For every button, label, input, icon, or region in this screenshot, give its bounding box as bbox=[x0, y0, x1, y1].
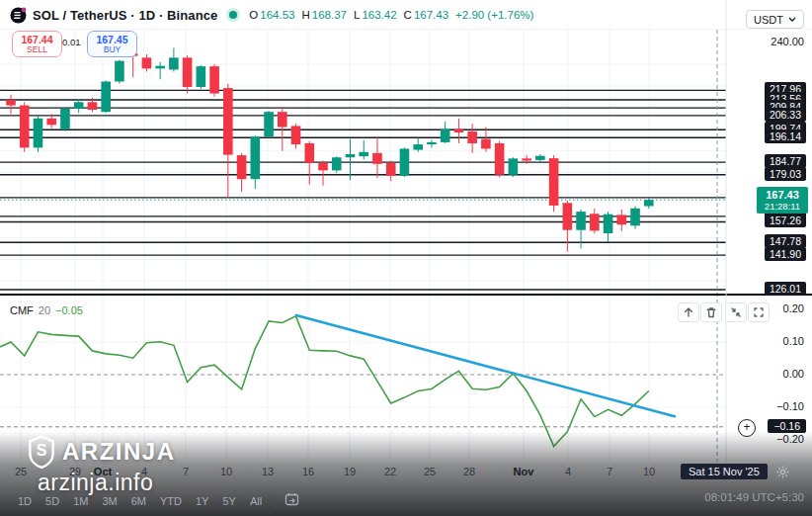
calendar-icon bbox=[284, 492, 299, 506]
candle bbox=[522, 158, 531, 160]
candle bbox=[251, 136, 261, 179]
price-level-badge: 157.26 bbox=[765, 214, 806, 227]
price-level-badge: 206.33 bbox=[765, 108, 806, 122]
time-axis-label: 10 bbox=[220, 466, 232, 477]
close-value: 167.43 bbox=[414, 9, 448, 21]
time-axis-label: 7 bbox=[607, 466, 612, 477]
pane-move-up-button[interactable] bbox=[678, 302, 699, 322]
candle bbox=[630, 209, 640, 226]
candle bbox=[318, 163, 328, 171]
candle bbox=[386, 163, 396, 176]
time-axis-label: 16 bbox=[302, 466, 314, 477]
chevron-down-icon bbox=[788, 17, 796, 22]
indicator-axis-tick: −0.20 bbox=[776, 433, 804, 445]
candle bbox=[46, 119, 56, 126]
candle bbox=[495, 143, 505, 175]
candle bbox=[155, 66, 165, 69]
range-button-1m[interactable]: 1M bbox=[67, 493, 94, 509]
main-chart-canvas[interactable] bbox=[0, 0, 812, 516]
price-level-badge: 196.14 bbox=[765, 129, 806, 143]
pane-delete-button[interactable] bbox=[700, 302, 722, 322]
gear-icon[interactable] bbox=[776, 465, 789, 482]
crosshair-value-badge: −0.16 bbox=[768, 419, 806, 433]
time-axis-label: 22 bbox=[384, 466, 396, 477]
candle bbox=[454, 129, 464, 132]
crosshair-plus-icon[interactable]: + bbox=[738, 419, 756, 437]
current-price-badge: 167.43 21:28:11 bbox=[757, 187, 808, 214]
range-button-ytd[interactable]: YTD bbox=[154, 493, 188, 509]
candle bbox=[88, 102, 98, 110]
candle bbox=[209, 66, 219, 93]
symbol-title[interactable]: SOL / TetherUS · 1D · Binance bbox=[33, 8, 217, 23]
low-value: 163.42 bbox=[362, 9, 396, 21]
bar-countdown: 21:28:11 bbox=[757, 201, 808, 212]
candle bbox=[20, 106, 30, 148]
candle bbox=[291, 126, 301, 144]
candle bbox=[481, 139, 491, 149]
date-range-toolbar: 1D5D1M3M6MYTD1Y5YAll bbox=[12, 492, 299, 510]
candle bbox=[278, 112, 287, 127]
trendline[interactable] bbox=[296, 315, 675, 416]
market-status-dot bbox=[229, 11, 237, 19]
time-axis-label: 29 bbox=[69, 466, 81, 477]
indicator-axis-tick: 0.20 bbox=[783, 302, 804, 314]
price-level-badge: 147.78 bbox=[765, 234, 806, 248]
range-button-5y[interactable]: 5Y bbox=[216, 493, 241, 509]
time-axis-label: 10 bbox=[643, 466, 655, 477]
open-value: 164.53 bbox=[260, 9, 294, 21]
range-button-3m[interactable]: 3M bbox=[96, 493, 122, 509]
candle bbox=[115, 61, 124, 82]
candle bbox=[264, 112, 274, 136]
range-button-1d[interactable]: 1D bbox=[12, 493, 38, 509]
candle bbox=[535, 156, 545, 160]
range-button-6m[interactable]: 6M bbox=[125, 493, 152, 509]
price-level-badge: 126.01 bbox=[765, 282, 806, 296]
chart-header: SOL / TetherUS · 1D · Binance O164.53 H1… bbox=[0, 0, 726, 30]
candle bbox=[346, 154, 356, 157]
candle bbox=[576, 212, 586, 230]
currency-dropdown[interactable]: USDT bbox=[746, 10, 804, 29]
indicator-axis-tick: 0.10 bbox=[783, 335, 804, 347]
candle bbox=[74, 102, 84, 109]
candle bbox=[467, 131, 477, 143]
candle bbox=[223, 88, 233, 155]
buy-button[interactable]: 167.45 BUY bbox=[87, 31, 137, 57]
high-value: 168.37 bbox=[312, 9, 347, 21]
ohlc-values: O164.53 H168.37 L163.42 C167.43 +2.90 (+… bbox=[249, 9, 533, 21]
range-button-all[interactable]: All bbox=[244, 493, 268, 509]
indicator-param: 20 bbox=[39, 304, 50, 316]
change-value: +2.90 (+1.76%) bbox=[455, 9, 533, 21]
range-button-5d[interactable]: 5D bbox=[40, 493, 65, 509]
indicator-axis-tick: −0.10 bbox=[776, 400, 804, 412]
range-button-1y[interactable]: 1Y bbox=[190, 493, 214, 509]
footer-divider bbox=[276, 495, 277, 508]
go-to-date-button[interactable] bbox=[284, 492, 299, 510]
candle bbox=[359, 152, 368, 156]
indicator-legend[interactable]: CMF 20 −0.05 bbox=[10, 304, 83, 316]
clock-timezone[interactable]: 08:01:49 UTC+5:30 bbox=[704, 491, 804, 503]
pane-maximize-button[interactable] bbox=[748, 302, 770, 322]
maximize-icon bbox=[753, 306, 765, 318]
candle bbox=[427, 142, 437, 144]
indicator-axis-tick: 0.00 bbox=[783, 368, 804, 380]
price-axis-tick: 240.00 bbox=[771, 36, 804, 47]
candle bbox=[590, 214, 600, 230]
collapse-icon bbox=[730, 306, 742, 318]
price-level-badge: 179.03 bbox=[765, 167, 806, 181]
candle bbox=[604, 215, 613, 233]
candle bbox=[372, 153, 382, 164]
candle bbox=[332, 157, 342, 170]
sol-logo-icon bbox=[10, 7, 27, 24]
candle bbox=[183, 57, 193, 87]
crosshair-date-badge: Sat 15 Nov '25 bbox=[681, 464, 768, 479]
indicator-name: CMF bbox=[10, 304, 34, 316]
candle bbox=[169, 57, 179, 69]
candle bbox=[60, 109, 70, 129]
candle bbox=[413, 144, 423, 149]
sell-button[interactable]: 167.44 SELL bbox=[12, 31, 62, 57]
pane-collapse-button[interactable] bbox=[725, 302, 747, 322]
time-axis-label: 4 bbox=[141, 466, 147, 477]
candle bbox=[400, 148, 410, 175]
candle bbox=[509, 158, 519, 174]
time-axis-label: 4 bbox=[565, 466, 571, 477]
